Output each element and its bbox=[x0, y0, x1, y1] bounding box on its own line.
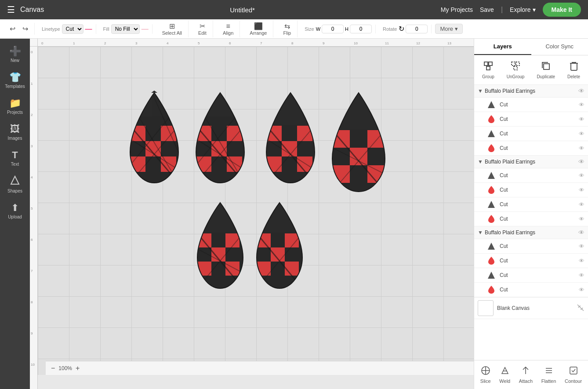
layer-group-3-header[interactable]: ▼ Buffalo Plaid Earrings 👁 bbox=[474, 226, 588, 239]
zoom-in-button[interactable]: + bbox=[76, 364, 80, 372]
ruler-left-mark-2: 2 bbox=[31, 113, 33, 117]
layer-thumb-drop-2 bbox=[486, 143, 496, 153]
weld-icon bbox=[500, 366, 510, 378]
layer-group-2-header[interactable]: ▼ Buffalo Plaid Earrings 👁 bbox=[474, 156, 588, 168]
svg-rect-33 bbox=[350, 148, 367, 165]
item-2-4-visibility[interactable]: 👁 bbox=[579, 216, 584, 222]
redo-button[interactable]: ↪ bbox=[20, 23, 31, 35]
group-action[interactable]: Group bbox=[479, 59, 498, 81]
layer-item-1-2[interactable]: Cut 👁 bbox=[474, 112, 588, 127]
layer-item-2-1[interactable]: Cut 👁 bbox=[474, 168, 588, 183]
tab-layers[interactable]: Layers bbox=[474, 39, 531, 55]
duplicate-icon bbox=[541, 61, 551, 73]
item-1-1-visibility[interactable]: 👁 bbox=[579, 102, 584, 108]
item-3-4-visibility[interactable]: 👁 bbox=[579, 287, 584, 293]
fill-select[interactable]: No Fill bbox=[111, 24, 140, 34]
blank-canvas-label: Blank Canvas bbox=[497, 305, 573, 311]
slice-action[interactable]: Slice bbox=[477, 364, 494, 385]
size-group: Size W H bbox=[301, 25, 376, 33]
svg-marker-12 bbox=[151, 91, 157, 93]
hamburger-icon[interactable]: ☰ bbox=[7, 4, 15, 15]
layer-group-1-header[interactable]: ▼ Buffalo Plaid Earrings 👁 bbox=[474, 85, 588, 98]
ruler-top-mark-5: 5 bbox=[198, 41, 200, 45]
make-it-button[interactable]: Make It bbox=[543, 3, 581, 17]
align-button[interactable]: ≡ Align bbox=[220, 21, 236, 37]
blank-canvas-thumbnail bbox=[478, 300, 494, 316]
layer-item-3-1[interactable]: Cut 👁 bbox=[474, 239, 588, 254]
rotate-input[interactable] bbox=[406, 25, 428, 33]
item-3-1-visibility[interactable]: 👁 bbox=[579, 243, 584, 250]
blank-canvas-visibility[interactable] bbox=[577, 304, 584, 313]
align-group: ≡ Align bbox=[217, 21, 240, 37]
item-2-1-visibility[interactable]: 👁 bbox=[579, 172, 584, 179]
item-1-3-visibility[interactable]: 👁 bbox=[579, 131, 584, 137]
layer-item-2-3[interactable]: Cut 👁 bbox=[474, 197, 588, 212]
sidebar-item-projects[interactable]: 📁 Projects bbox=[2, 94, 28, 118]
ruler-corner bbox=[30, 39, 38, 47]
flip-button[interactable]: ⇆ Flip bbox=[280, 20, 294, 37]
ruler-top-mark-8: 8 bbox=[291, 41, 293, 45]
ungroup-action[interactable]: UnGroup bbox=[503, 59, 528, 81]
item-1-4-visibility[interactable]: 👁 bbox=[579, 145, 584, 152]
item-2-3-visibility[interactable]: 👁 bbox=[579, 201, 584, 208]
svg-rect-57 bbox=[512, 62, 515, 65]
item-2-2-visibility[interactable]: 👁 bbox=[579, 187, 584, 193]
layer-item-3-3[interactable]: Cut 👁 bbox=[474, 268, 588, 283]
sidebar-item-images[interactable]: 🖼 Images bbox=[2, 120, 28, 144]
undo-redo-group: ↩ ↪ bbox=[4, 23, 35, 35]
earring-5[interactable] bbox=[194, 200, 247, 293]
ruler-top-mark-13: 13 bbox=[447, 41, 451, 45]
item-1-2-visibility[interactable]: 👁 bbox=[579, 116, 584, 123]
linetype-select[interactable]: Cut bbox=[62, 24, 83, 34]
flatten-action[interactable]: Flatten bbox=[538, 364, 560, 385]
svg-rect-24 bbox=[297, 126, 312, 141]
layer-item-1-1[interactable]: Cut 👁 bbox=[474, 98, 588, 112]
attach-action[interactable]: Attach bbox=[515, 364, 536, 385]
svg-rect-43 bbox=[225, 262, 240, 276]
delete-icon bbox=[569, 61, 579, 73]
svg-rect-1 bbox=[130, 126, 145, 141]
explore-button[interactable]: Explore ▾ bbox=[510, 6, 535, 13]
delete-action[interactable]: Delete bbox=[564, 59, 584, 81]
sidebar-item-upload[interactable]: ⬆ Upload bbox=[2, 199, 28, 223]
more-button[interactable]: More ▾ bbox=[435, 24, 462, 34]
group-3-visibility-toggle[interactable]: 👁 bbox=[578, 229, 584, 236]
canvas-content[interactable]: − 100% + bbox=[38, 47, 474, 375]
group-1-visibility-toggle[interactable]: 👁 bbox=[578, 87, 584, 95]
blank-canvas-row[interactable]: Blank Canvas bbox=[474, 297, 588, 319]
height-input[interactable] bbox=[350, 25, 372, 33]
earring-4[interactable] bbox=[328, 91, 389, 196]
right-panel: Layers Color Sync Group bbox=[474, 39, 588, 389]
layer-item-2-2[interactable]: Cut 👁 bbox=[474, 183, 588, 197]
sidebar-item-shapes[interactable]: Shapes bbox=[2, 172, 28, 197]
earring-3[interactable] bbox=[262, 91, 319, 187]
save-link[interactable]: Save bbox=[480, 6, 494, 13]
undo-button[interactable]: ↩ bbox=[7, 23, 18, 35]
ruler-left-mark-0: 0 bbox=[31, 50, 33, 54]
earring-1[interactable] bbox=[126, 91, 183, 187]
layer-item-3-2[interactable]: Cut 👁 bbox=[474, 254, 588, 268]
layer-item-2-4[interactable]: Cut 👁 bbox=[474, 212, 588, 226]
sidebar-item-templates[interactable]: 👕 Templates bbox=[2, 68, 28, 92]
width-input[interactable] bbox=[322, 25, 344, 33]
zoom-out-button[interactable]: − bbox=[51, 364, 55, 372]
sidebar-item-text[interactable]: T Text bbox=[2, 146, 28, 170]
duplicate-action[interactable]: Duplicate bbox=[533, 59, 559, 81]
item-3-2-visibility[interactable]: 👁 bbox=[579, 258, 584, 264]
earring-2[interactable] bbox=[192, 91, 249, 187]
svg-rect-39 bbox=[197, 233, 211, 247]
layer-item-1-3[interactable]: Cut 👁 bbox=[474, 127, 588, 141]
tab-color-sync[interactable]: Color Sync bbox=[531, 39, 588, 55]
arrange-button[interactable]: ⬛ Arrange bbox=[247, 20, 269, 37]
select-all-button[interactable]: ⊞ Select All bbox=[160, 20, 185, 37]
weld-action[interactable]: Weld bbox=[496, 364, 514, 385]
group-2-visibility-toggle[interactable]: 👁 bbox=[578, 158, 584, 165]
item-3-3-visibility[interactable]: 👁 bbox=[579, 272, 584, 279]
sidebar-item-new[interactable]: ➕ New bbox=[2, 42, 28, 66]
layer-item-3-4[interactable]: Cut 👁 bbox=[474, 283, 588, 297]
my-projects-link[interactable]: My Projects bbox=[441, 6, 473, 13]
contour-action[interactable]: Contour bbox=[561, 364, 585, 385]
layer-item-1-4[interactable]: Cut 👁 bbox=[474, 141, 588, 156]
edit-button[interactable]: ✂ Edit bbox=[196, 20, 209, 37]
earring-6[interactable] bbox=[253, 200, 306, 293]
